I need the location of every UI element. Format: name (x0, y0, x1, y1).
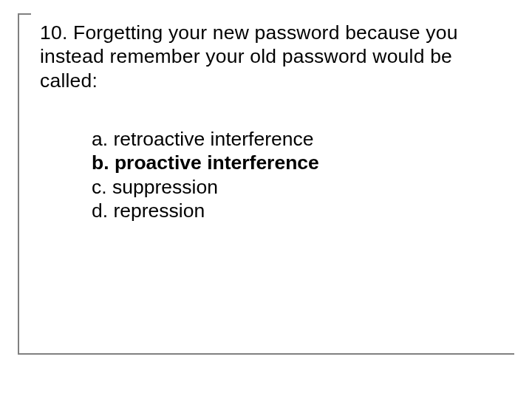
option-b-text: proactive interference (115, 151, 319, 174)
question-line-1: 10. Forgetting your new password because… (40, 21, 458, 44)
answer-options: a. retroactive interference b. proactive… (92, 127, 319, 222)
option-a-label: a. (92, 128, 108, 150)
option-c-text: suppression (112, 176, 218, 198)
option-a-text: retroactive interference (113, 128, 313, 150)
question-line-2: instead remember your old password would… (40, 45, 452, 67)
option-d-text: repression (113, 200, 205, 222)
option-a: a. retroactive interference (92, 127, 319, 151)
option-b-label: b. (92, 151, 109, 174)
option-c: c. suppression (92, 175, 319, 199)
option-d: d. repression (92, 199, 319, 222)
slide: 10. Forgetting your new password because… (0, 0, 532, 399)
question-line-3: called: (40, 69, 98, 92)
option-d-label: d. (92, 200, 108, 222)
option-c-label: c. (92, 176, 107, 198)
option-b: b. proactive interference (92, 151, 319, 174)
question-text: 10. Forgetting your new password because… (40, 21, 476, 92)
